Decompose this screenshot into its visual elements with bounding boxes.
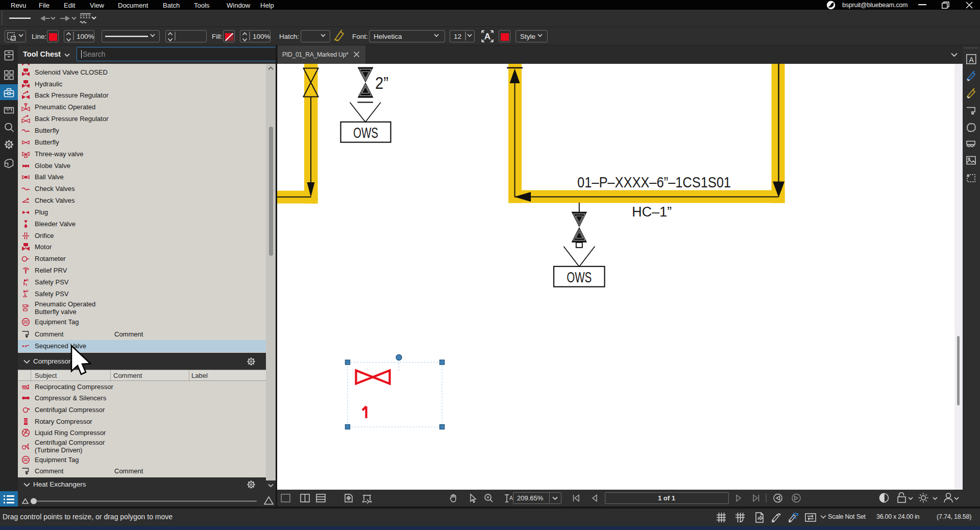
svg-text:A: A — [969, 56, 974, 64]
svg-text:OWS: OWS — [567, 269, 592, 285]
svg-text:A: A — [509, 495, 513, 501]
svg-text:01–P–XXXX–6”–1CS1S01: 01–P–XXXX–6”–1CS1S01 — [577, 174, 731, 190]
svg-text:OWS: OWS — [353, 124, 378, 141]
svg-text:HC–1”: HC–1” — [632, 204, 672, 220]
svg-text:XX: XX — [24, 458, 27, 461]
svg-text:XX: XX — [24, 321, 27, 323]
svg-text:2”: 2” — [375, 74, 388, 92]
svg-text:A: A — [484, 32, 491, 41]
